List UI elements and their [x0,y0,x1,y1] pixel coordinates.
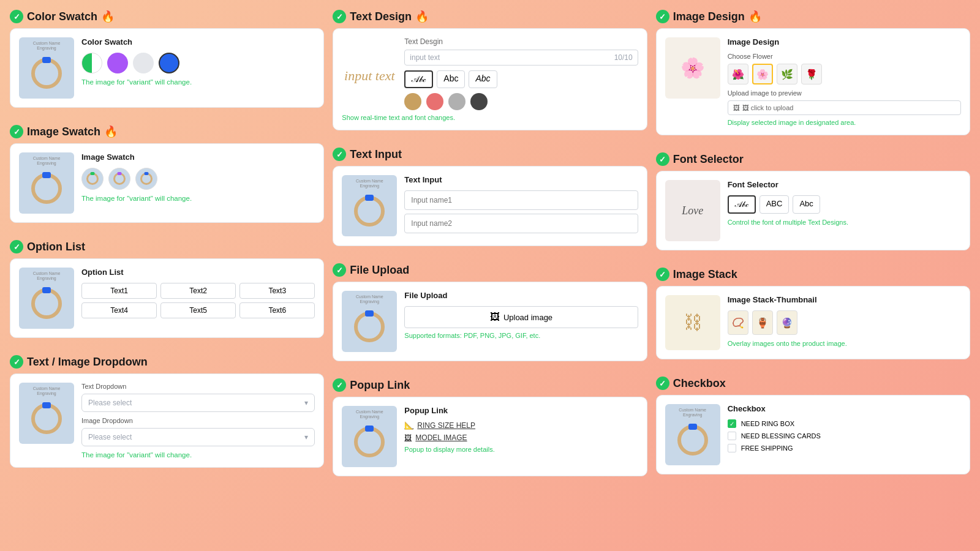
popup-link-title: Popup Link [350,379,410,392]
upload-icon: 🖼 [490,312,500,323]
image-design-section: Image Design 🔥 🌸 Image Design Choose Flo… [656,10,970,135]
checkbox-section: Checkbox Custom NameEngraving Checkbox N… [656,377,970,474]
color-circles-row [404,93,638,110]
upload-preview-icon: 🖼 [733,104,740,111]
flower-opt-1[interactable]: 🌺 [728,64,748,84]
image-stack-card-label: Image Stack-Thumbnail [728,295,961,304]
popup-link-note: Popup to display more details. [404,446,638,453]
upload-btn-label: Upload image [503,313,552,322]
ring-gem-2 [42,172,51,178]
main-grid: Color Swatch 🔥 Custom NameEngraving Colo… [10,10,970,485]
image-stack-header: Image Stack [656,268,970,281]
font-btn-script[interactable]: 𝒜𝒷𝒸 [404,70,433,88]
text-input-title: Text Input [350,148,402,161]
flower-opt-4[interactable]: 🌹 [801,64,822,84]
font-btn-sans[interactable]: Abc [437,70,465,88]
color-dark[interactable] [470,93,488,110]
color-grey[interactable] [448,93,466,110]
file-upload-section: File Upload Custom NameEngraving File Up… [333,263,647,361]
option-btn-text3[interactable]: Text3 [239,283,315,299]
text-input-field-2[interactable] [404,214,638,233]
swatch-grey[interactable] [133,53,154,73]
image-stack-note: Overlay images onto the product image. [728,340,961,347]
ring-shape-5 [354,196,385,227]
stack-thumb-2[interactable]: 🏺 [752,310,773,335]
option-list-section: Option List Custom NameEngraving Option … [10,240,324,338]
popup-link-card: Custom NameEngraving Popup Link 📐 RING S… [333,397,647,476]
option-btn-text6[interactable]: Text6 [239,302,315,318]
file-upload-card: Custom NameEngraving File Upload 🖼 Uploa… [333,282,647,361]
swatch-purple[interactable] [107,53,128,73]
dropdown-thumb: Custom NameEngraving [19,383,74,444]
flower-options-row: 🌺 🌸 🌿 🌹 [728,64,961,84]
color-swatch-variant-text: The image for "variant" will change. [81,78,315,86]
image-dropdown-select[interactable]: Please select ▾ [81,428,315,446]
image-swatch-variant-text: The image for "variant" will change. [81,195,315,202]
font-sel-options-row: 𝒜𝒷𝒸 ABC Abc [728,195,961,214]
flower-opt-2[interactable]: 🌸 [752,64,773,84]
font-btn-serif[interactable]: Abc [469,70,497,88]
image-design-right: Image Design Choose Flower 🌺 🌸 🌿 🌹 Uploa… [728,37,961,126]
text-input-card: Custom NameEngraving Text Input [333,166,647,246]
swatch-blue[interactable] [159,53,179,73]
model-image-icon: 🖼 [404,433,412,442]
color-swatch-content: Color Swatch The image for "variant" wil… [81,37,315,86]
stack-thumb-1[interactable]: 📿 [728,310,748,335]
checkbox-blessing-box[interactable] [728,432,736,440]
dropdown-chevron-icon: ▾ [304,399,308,407]
upload-image-button[interactable]: 🖼 Upload image [404,306,638,328]
checkbox-item-3: FREE SHIPPING [728,444,961,452]
text-design-input-count: 10/10 [614,53,633,62]
image-swatch-green[interactable] [81,168,104,190]
popup-link-ring-size[interactable]: 📐 RING SIZE HELP [404,421,638,430]
checkbox-card: Custom NameEngraving Checkbox NEED RING … [656,395,970,474]
text-design-input-row[interactable]: input text 10/10 [404,50,638,66]
text-input-thumb: Custom NameEngraving [342,175,397,236]
love-text: Love [682,204,703,217]
popup-link-model-image[interactable]: 🖼 MODEL IMAGE [404,433,638,442]
popup-link-section: Popup Link Custom NameEngraving Popup Li… [333,378,647,476]
swatch-half-green[interactable] [81,53,102,73]
image-dropdown-placeholder: Please select [88,433,132,441]
fs-btn-script[interactable]: 𝒜𝒷𝒸 [728,195,756,214]
file-upload-title: File Upload [350,264,409,277]
color-gold[interactable] [404,93,421,110]
text-design-check [333,10,346,23]
image-dropdown-chevron-icon: ▾ [304,433,308,441]
image-swatch-blue[interactable] [135,168,157,190]
upload-preview-button[interactable]: 🖼 🖼 click to upload [728,100,961,115]
option-btn-text4[interactable]: Text4 [81,302,157,318]
text-dropdown-select[interactable]: Please select ▾ [81,394,315,412]
ring-shape-2 [31,173,62,204]
popup-link-header: Popup Link [333,378,647,392]
text-design-header: Text Design 🔥 [333,10,647,23]
checkbox-item-2: NEED BLESSING CARDS [728,432,961,440]
stack-thumbs-row: 📿 🏺 🔮 [728,310,961,335]
fs-btn-bold[interactable]: ABC [760,195,790,214]
font-selector-section: Font Selector Love Font Selector 𝒜𝒷𝒸 ABC… [656,152,970,250]
flower-opt-3[interactable]: 🌿 [777,64,797,84]
color-swatch-card-label: Color Swatch [81,37,315,47]
text-input-field-1[interactable] [404,190,638,210]
ring-gem-7 [365,425,374,432]
checkbox-shipping-box[interactable] [728,444,736,452]
option-list-title: Option List [27,241,85,253]
option-buttons-grid: Text1 Text2 Text3 Text4 Text5 Text6 [81,283,315,318]
text-image-dropdown-header: Text / Image Dropdown [10,355,324,369]
option-btn-text1[interactable]: Text1 [81,283,157,299]
font-selector-content: Font Selector 𝒜𝒷𝒸 ABC Abc Control the fo… [728,180,961,241]
image-swatch-purple[interactable] [108,168,130,190]
font-selector-check [656,152,669,166]
image-design-thumb: 🌸 [665,37,720,99]
checkbox-shipping-label: FREE SHIPPING [741,444,793,452]
text-image-dropdown-check [10,355,23,369]
checkbox-ring-box[interactable] [728,419,736,428]
stack-thumb-3[interactable]: 🔮 [777,310,797,335]
color-red[interactable] [426,93,443,110]
option-btn-text2[interactable]: Text2 [160,283,236,299]
column-3: Image Design 🔥 🌸 Image Design Choose Flo… [656,10,970,485]
option-btn-text5[interactable]: Text5 [160,302,236,318]
text-input-check [333,148,346,161]
fs-btn-sans[interactable]: Abc [793,195,820,214]
column-1: Color Swatch 🔥 Custom NameEngraving Colo… [10,10,324,485]
